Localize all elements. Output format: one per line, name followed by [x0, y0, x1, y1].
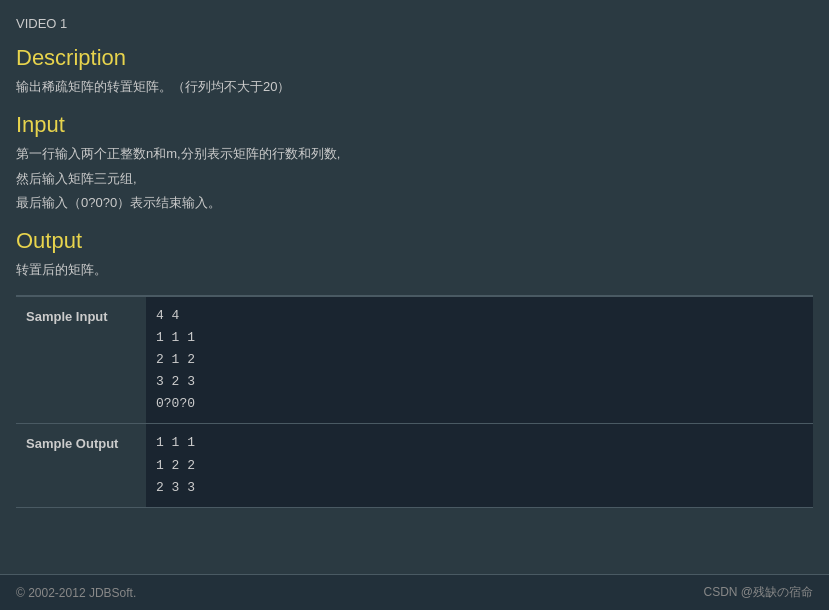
sample-table: Sample Input 4 4 1 1 1 2 1 2 3 2 3 0?0?0… [16, 296, 813, 508]
input-line-1: 第一行输入两个正整数n和m,分别表示矩阵的行数和列数, [16, 144, 813, 165]
sample-input-label: Sample Input [16, 296, 146, 423]
video-label: VIDEO 1 [16, 16, 813, 31]
output-text: 转置后的矩阵。 [16, 260, 813, 281]
output-title: Output [16, 228, 813, 254]
input-title: Input [16, 112, 813, 138]
description-text: 输出稀疏矩阵的转置矩阵。（行列均不大于20） [16, 77, 813, 98]
sample-input-code-cell: 4 4 1 1 1 2 1 2 3 2 3 0?0?0 [146, 296, 813, 423]
footer-right: CSDN @残缺の宿命 [703, 584, 813, 601]
footer: © 2002-2012 JDBSoft. CSDN @残缺の宿命 [0, 574, 829, 610]
description-title: Description [16, 45, 813, 71]
sample-output-label: Sample Output [16, 424, 146, 507]
main-content: VIDEO 1 Description 输出稀疏矩阵的转置矩阵。（行列均不大于2… [0, 0, 829, 568]
footer-left: © 2002-2012 JDBSoft. [16, 586, 136, 600]
sample-output-code-cell: 1 1 1 1 2 2 2 3 3 [146, 424, 813, 507]
input-line-2: 然后输入矩阵三元组, [16, 169, 813, 190]
sample-output-row: Sample Output 1 1 1 1 2 2 2 3 3 [16, 424, 813, 507]
sample-input-row: Sample Input 4 4 1 1 1 2 1 2 3 2 3 0?0?0 [16, 296, 813, 423]
sample-output-code: 1 1 1 1 2 2 2 3 3 [156, 432, 803, 498]
input-line-3: 最后输入（0?0?0）表示结束输入。 [16, 193, 813, 214]
sample-input-code: 4 4 1 1 1 2 1 2 3 2 3 0?0?0 [156, 305, 803, 415]
